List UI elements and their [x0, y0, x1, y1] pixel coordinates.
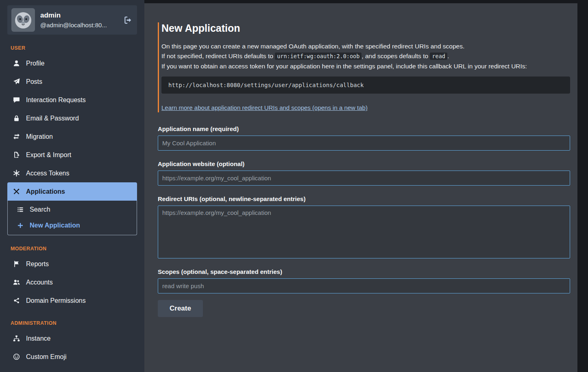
- transfer-arrows-icon: [13, 133, 20, 140]
- sidebar-item-label: Search: [30, 205, 50, 214]
- section-header-user: USER: [11, 45, 134, 51]
- speech-bubble-icon: [13, 96, 20, 104]
- sidebar-item-email-password[interactable]: Email & Password: [7, 109, 137, 127]
- smiley-icon: [13, 353, 20, 361]
- person-icon: [13, 59, 20, 67]
- file-export-icon: [13, 151, 20, 159]
- sidebar-item-label: Posts: [26, 77, 42, 86]
- sidebar-item-custom-emoji[interactable]: Custom Emoji: [7, 348, 137, 366]
- sidebar-item-label: New Application: [30, 221, 80, 230]
- tools-icon: [13, 188, 20, 195]
- settings-sidebar: admin @admin@localhost:80... USER Profil…: [0, 0, 144, 372]
- page-title: New Application: [161, 22, 570, 34]
- user-meta: admin @admin@localhost:80...: [40, 11, 118, 28]
- intro-line-2: If not specified, redirect URIs defaults…: [161, 51, 570, 61]
- new-application-page: New Application On this page you can cre…: [144, 3, 577, 372]
- sitemap-icon: [13, 335, 20, 342]
- avatar: [11, 8, 35, 32]
- sidebar-item-instance[interactable]: Instance: [7, 329, 137, 348]
- main-wrapper: New Application On this page you can cre…: [144, 0, 588, 372]
- flag-icon: [13, 260, 20, 268]
- redirect-uris-label: Redirect URIs (optional, newline-separat…: [158, 195, 570, 202]
- sidebar-item-migration[interactable]: Migration: [7, 127, 137, 146]
- scopes-input[interactable]: [158, 278, 570, 293]
- sidebar-item-label: Migration: [26, 132, 53, 141]
- section-header-moderation: MODERATION: [11, 246, 134, 252]
- sidebar-item-actions[interactable]: Actions: [7, 366, 137, 372]
- section-header-administration: ADMINISTRATION: [11, 320, 134, 326]
- application-website-label: Application website (optional): [158, 160, 570, 167]
- list-icon: [16, 206, 24, 213]
- user-handle: @admin@localhost:80...: [40, 22, 118, 28]
- sidebar-item-applications-search[interactable]: Search: [8, 201, 137, 217]
- lock-icon: [13, 114, 20, 122]
- oob-code: urn:ietf:wg:oauth:2.0:oob: [275, 53, 362, 60]
- sidebar-item-profile[interactable]: Profile: [7, 54, 137, 72]
- learn-more-link[interactable]: Learn more about application redirect UR…: [161, 104, 368, 111]
- sidebar-item-label: Applications: [26, 187, 65, 196]
- users-icon: [13, 278, 20, 286]
- sidebar-item-accounts[interactable]: Accounts: [7, 273, 137, 291]
- redirect-uris-textarea[interactable]: [158, 206, 570, 258]
- sidebar-item-reports[interactable]: Reports: [7, 255, 137, 273]
- user-name: admin: [40, 11, 118, 20]
- sidebar-item-posts[interactable]: Posts: [7, 72, 137, 91]
- sidebar-item-label: Accounts: [26, 278, 53, 287]
- sidebar-item-export-import[interactable]: Export & Import: [7, 146, 137, 164]
- sidebar-item-domain-permissions[interactable]: Domain Permissions: [7, 291, 137, 310]
- new-application-form: Application name (required) Application …: [158, 125, 570, 317]
- sidebar-item-label: Reports: [26, 260, 49, 268]
- scopes-label: Scopes (optional, space-separated entrie…: [158, 268, 570, 275]
- callback-url-code-block: http://localhost:8080/settings/user/appl…: [161, 77, 570, 94]
- intro-line-3: If you want to obtain an access token fo…: [161, 61, 570, 71]
- user-card: admin @admin@localhost:80...: [7, 5, 137, 35]
- sidebar-item-label: Export & Import: [26, 151, 71, 159]
- plus-icon: [16, 221, 24, 229]
- sidebar-item-label: Interaction Requests: [26, 96, 86, 104]
- sidebar-item-new-application[interactable]: New Application: [8, 217, 137, 233]
- sidebar-group-applications: Applications Search New Application: [7, 182, 137, 235]
- sidebar-item-applications[interactable]: Applications: [7, 182, 137, 201]
- asterisk-icon: [13, 169, 20, 177]
- sidebar-item-label: Profile: [26, 59, 44, 68]
- application-website-input[interactable]: [158, 171, 570, 186]
- application-name-label: Application name (required): [158, 125, 570, 132]
- applications-submenu: Search New Application: [7, 201, 137, 235]
- sidebar-item-access-tokens[interactable]: Access Tokens: [7, 164, 137, 182]
- create-button[interactable]: Create: [158, 300, 203, 317]
- sidebar-item-label: Custom Emoji: [26, 352, 67, 361]
- sidebar-item-label: Access Tokens: [26, 169, 69, 177]
- sidebar-item-interaction-requests[interactable]: Interaction Requests: [7, 91, 137, 109]
- page-intro: New Application On this page you can cre…: [158, 22, 570, 112]
- logout-icon[interactable]: [124, 16, 132, 24]
- network-icon: [13, 297, 20, 304]
- read-scope-code: read: [430, 53, 447, 60]
- intro-line-1: On this page you can create a new manage…: [161, 42, 570, 51]
- sidebar-item-label: Email & Password: [26, 114, 79, 123]
- sidebar-item-label: Instance: [26, 334, 50, 343]
- application-name-input[interactable]: [158, 136, 570, 151]
- paper-plane-icon: [13, 78, 20, 85]
- sidebar-item-label: Domain Permissions: [26, 296, 86, 305]
